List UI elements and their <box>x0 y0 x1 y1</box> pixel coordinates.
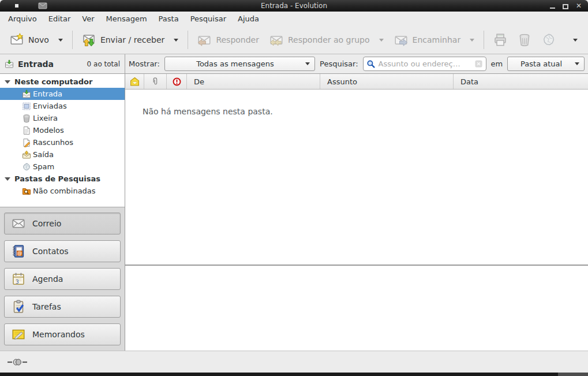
menu-arquivo[interactable]: Arquivo <box>2 13 43 25</box>
menu-ajuda[interactable]: Ajuda <box>232 13 265 25</box>
chevron-down-icon <box>379 39 384 42</box>
search-icon[interactable] <box>366 59 376 69</box>
column-label: Assunto <box>327 77 357 86</box>
folder-label: Spam <box>33 162 54 171</box>
column-priority[interactable] <box>167 74 187 89</box>
tasks-icon <box>12 300 25 314</box>
folder-label: Enviadas <box>33 102 67 110</box>
folder-spam[interactable]: Spam <box>0 161 125 173</box>
search-scope-dropdown[interactable]: Pasta atual <box>507 57 585 71</box>
enviar-receber-button[interactable]: Enviar / receber <box>77 29 183 50</box>
folder-lixeira[interactable]: Lixeira <box>0 112 125 124</box>
folder-label: Lixeira <box>33 114 58 122</box>
column-read-status[interactable] <box>125 74 144 89</box>
junk-icon <box>542 33 556 47</box>
folder-entrada[interactable]: Entrada <box>0 88 125 100</box>
switcher-label: Memorandos <box>32 330 85 339</box>
trash-icon <box>518 33 531 47</box>
switcher-tarefas-button[interactable]: Tarefas <box>4 296 121 318</box>
online-status-icon[interactable] <box>8 358 27 367</box>
switcher-memorandos-button[interactable]: Memorandos <box>4 323 121 345</box>
column-attachment[interactable] <box>144 74 167 89</box>
toolbar-overflow-button[interactable] <box>563 35 583 45</box>
folder-message-count: 0 ao total <box>87 60 120 68</box>
new-mail-icon <box>10 33 24 47</box>
toolbar-separator <box>188 31 188 49</box>
window-title: Entrada - Evolution <box>0 2 588 10</box>
message-filter-dropdown[interactable]: Todas as mensagens <box>164 57 315 71</box>
close-button[interactable]: ✕ <box>575 2 582 9</box>
message-list-body: Não há mensagens nesta pasta. <box>125 90 588 265</box>
view-switcher: Correio@Contatos3AgendaTarefasMemorandos <box>0 207 125 351</box>
folder-modelos[interactable]: Modelos <box>0 124 125 136</box>
toolbar-separator <box>484 31 484 49</box>
folder-rascunhos[interactable]: Rascunhos <box>0 136 125 148</box>
toolbar-button-label: Responder ao grupo <box>288 35 370 44</box>
minimize-button[interactable] <box>549 2 556 9</box>
clear-icon[interactable] <box>474 59 483 68</box>
menu-pesquisar[interactable]: Pesquisar <box>185 13 232 25</box>
calendar-icon: 3 <box>12 272 25 286</box>
trash-folder-icon <box>22 114 31 123</box>
tree-group-label: Pastas de Pesquisas <box>14 174 100 183</box>
inbox-icon <box>22 90 31 99</box>
column-label: De <box>194 77 204 86</box>
toolbar-button-label: Responder <box>216 35 259 44</box>
menu-pasta[interactable]: Pasta <box>153 13 185 25</box>
chevron-down-icon <box>305 62 310 65</box>
current-folder-name: Entrada <box>18 59 54 69</box>
toolbar-button-label: Enviar / receber <box>100 35 164 44</box>
column-assunto[interactable]: Assunto <box>320 74 454 89</box>
titlebar: Entrada - Evolution ✕ <box>0 0 588 12</box>
folder-enviadas[interactable]: Enviadas <box>0 100 125 112</box>
menubar: ArquivoEditarVerMensagemPastaPesquisarAj… <box>0 12 588 26</box>
folder-label: Rascunhos <box>33 138 73 147</box>
switcher-contatos-button[interactable]: @Contatos <box>4 240 121 262</box>
forward-icon <box>394 33 408 47</box>
toolbar-separator <box>72 31 73 49</box>
chevron-down-icon <box>573 39 578 42</box>
switcher-label: Agenda <box>32 274 63 284</box>
folder-tree: Neste computadorEntradaEnviadasLixeiraMo… <box>0 74 125 207</box>
junk-folder-icon <box>22 162 31 172</box>
search-label: Pesquisar: <box>320 59 358 68</box>
memos-icon <box>12 327 25 341</box>
resize-grip[interactable] <box>558 373 588 376</box>
sidebar: Neste computadorEntradaEnviadasLixeiraMo… <box>0 74 125 351</box>
templates-icon <box>22 126 31 135</box>
menu-editar[interactable]: Editar <box>43 13 77 25</box>
menu-ver[interactable]: Ver <box>76 13 100 25</box>
folder-saida[interactable]: Saída <box>0 148 125 161</box>
print-button <box>488 29 512 50</box>
toolbar-button-label: Encaminhar <box>413 35 461 44</box>
toolbar: NovoEnviar / receberResponderResponder a… <box>0 26 588 54</box>
mail-view-icon <box>12 217 25 230</box>
priority-icon <box>172 77 182 87</box>
print-icon <box>493 33 507 47</box>
menu-mensagem[interactable]: Mensagem <box>100 13 153 25</box>
empty-folder-message: Não há mensagens nesta pasta. <box>143 107 273 116</box>
column-de[interactable]: De <box>187 74 320 89</box>
expander-icon[interactable] <box>5 80 10 84</box>
statusbar <box>0 351 588 373</box>
show-label: Mostrar: <box>129 59 160 68</box>
switcher-label: Tarefas <box>32 302 61 311</box>
column-data[interactable]: Data <box>454 74 588 89</box>
message-list-header: DeAssuntoData <box>125 74 588 90</box>
switcher-label: Contatos <box>32 247 69 256</box>
maximize-button[interactable] <box>562 2 569 9</box>
switcher-correio-button[interactable]: Correio <box>4 213 121 234</box>
expander-icon[interactable] <box>5 177 10 181</box>
tree-group-label: Neste computador <box>14 77 92 86</box>
tree-group-neste-computador[interactable]: Neste computador <box>0 76 125 88</box>
search-input[interactable] <box>379 59 471 68</box>
novo-button[interactable]: Novo <box>5 29 68 50</box>
tree-group-pastas-de-pesquisas[interactable]: Pastas de Pesquisas <box>0 173 125 185</box>
folder-nao-combinadas[interactable]: Não combinadas <box>0 185 125 197</box>
inbox-icon <box>5 59 14 69</box>
folder-label: Não combinadas <box>33 187 96 195</box>
switcher-agenda-button[interactable]: 3Agenda <box>4 268 121 290</box>
encaminhar-button: Encaminhar <box>389 29 480 50</box>
send-receive-icon <box>82 33 96 47</box>
search-folder-icon <box>22 187 31 196</box>
